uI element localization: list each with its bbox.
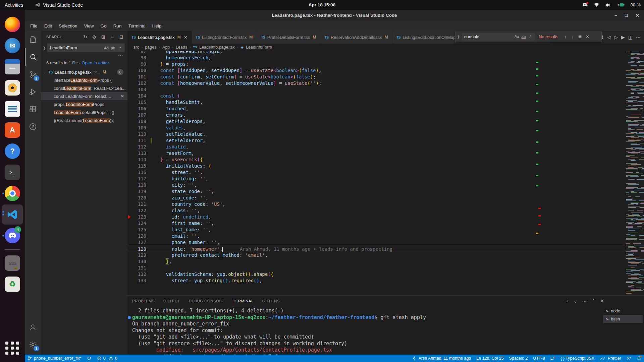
code-line-115[interactable]: 115 initialValues: {: [127, 163, 625, 169]
terminal[interactable]: 2 files changed, 7 insertions(+), 4 dele…: [132, 308, 598, 362]
command-decoration[interactable]: [128, 316, 131, 319]
activity-search[interactable]: [25, 48, 41, 66]
show-applications-button[interactable]: [2, 338, 23, 358]
formatter-indicator[interactable]: ✓✓Prettier: [597, 355, 624, 362]
code-line-122[interactable]: 122 class: '',: [127, 207, 625, 214]
result-file-row[interactable]: ⌄ TS LeadsInfo.page.tsx sr... M 6: [41, 68, 127, 76]
code-line-126[interactable]: 126 email: '',: [127, 233, 625, 239]
discord-tray-icon[interactable]: [582, 2, 588, 8]
dock-item-ubuntu-software[interactable]: A: [2, 120, 23, 140]
tab-ProfileDetailsForm.tsx[interactable]: TSProfileDetailsForm.tsxM: [257, 31, 320, 44]
terminal-instance-bash[interactable]: ⊳bash: [603, 315, 643, 323]
panel-tab-terminal[interactable]: TERMINAL: [233, 296, 253, 306]
branch-indicator[interactable]: phone_number_error_fix*: [25, 355, 84, 362]
panel-tab-output[interactable]: OUTPUT: [163, 296, 180, 306]
menu-go[interactable]: Go: [97, 22, 110, 30]
close-icon[interactable]: ✕: [584, 34, 591, 39]
code-line-130[interactable]: 130 },: [127, 258, 625, 265]
search-result-row[interactable]: const LeadInfoForm: React....✕: [41, 92, 127, 100]
code-line-102[interactable]: 102 const [homeownerValue, setHomeownerV…: [127, 80, 625, 86]
code-line-118[interactable]: 118 city: '',: [127, 182, 625, 188]
code-line-107[interactable]: 107 errors,: [127, 112, 625, 118]
breadcrumb-item[interactable]: LeadsInfo.page.tsx: [199, 45, 235, 50]
dock-item-chrome[interactable]: [2, 183, 23, 203]
wifi-icon[interactable]: [593, 2, 599, 8]
find-input[interactable]: console Aa ab .*: [462, 33, 535, 41]
regex-icon[interactable]: .*: [527, 33, 534, 40]
dock-item-sss-locked[interactable]: SSS🔒: [2, 253, 23, 273]
code-line-113[interactable]: 113 resetForm,: [127, 150, 625, 157]
find-expand-chevron[interactable]: ❯: [455, 35, 462, 39]
breadcrumb-item[interactable]: Leads: [176, 45, 187, 50]
dock-item-help[interactable]: ?: [2, 141, 23, 161]
toggle-replace-chevron[interactable]: ❯: [42, 46, 47, 50]
menu-selection[interactable]: Selection: [55, 22, 81, 30]
whole-word-icon[interactable]: ab: [110, 45, 116, 51]
code-editor[interactable]: 97 updateLeadListingId,98 homeownersFetc…: [127, 51, 625, 295]
code-line-105[interactable]: 105 handleSubmit,: [127, 99, 625, 106]
activity-extensions[interactable]: [25, 101, 41, 118]
split-editor-icon[interactable]: ◫: [628, 35, 633, 40]
find-in-selection-icon[interactable]: ≣: [577, 34, 584, 39]
new-terminal-icon[interactable]: +: [566, 298, 569, 304]
regex-icon[interactable]: .*: [116, 45, 123, 51]
code-line-108[interactable]: 108 getFieldProps,: [127, 118, 625, 125]
dock-item-thunderbird[interactable]: ✉: [2, 36, 23, 56]
new-search-editor-icon[interactable]: ⊞: [100, 34, 107, 40]
menu-help[interactable]: Help: [149, 22, 165, 30]
more-actions-icon[interactable]: ⋯: [582, 298, 587, 304]
run-icon[interactable]: ▶: [621, 35, 625, 40]
volume-icon[interactable]: [605, 2, 611, 8]
clear-results-icon[interactable]: ⊘: [91, 34, 98, 40]
code-line-133[interactable]: 133 street: yup.string().required(),: [127, 278, 625, 284]
arrow-down-icon[interactable]: ↓: [569, 34, 577, 39]
search-result-row[interactable]: props: LeadInfoFormProps: [41, 100, 127, 108]
eol-indicator[interactable]: LF: [548, 355, 558, 362]
restore-button[interactable]: ❐: [625, 13, 628, 18]
code-line-131[interactable]: 131: [127, 265, 625, 271]
dock-item-rhythmbox[interactable]: [2, 78, 23, 98]
breadcrumb-item[interactable]: App: [162, 45, 170, 50]
activity-manage[interactable]: 1: [25, 336, 41, 353]
breadcrumb-item[interactable]: LeadInfoForm: [246, 45, 272, 50]
arrow-up-icon[interactable]: ↑: [562, 34, 569, 39]
activity-source-control[interactable]: 5: [25, 66, 41, 83]
whole-word-icon[interactable]: ab: [520, 33, 527, 40]
code-line-124[interactable]: 124 first_name: '',: [127, 220, 625, 227]
window-title-bar[interactable]: LeadsInfo.page.tsx - feather-frontend - …: [25, 10, 644, 21]
overview-ruler[interactable]: [535, 31, 541, 295]
search-result-row[interactable]: const LeadInfoForm: React.FC<Lea...: [41, 84, 127, 92]
dock-item-files[interactable]: [2, 57, 23, 77]
menu-run[interactable]: Run: [110, 22, 125, 30]
code-line-132[interactable]: 132 validationSchema: yup.object().shape…: [127, 271, 625, 278]
search-result-row[interactable]: )(React.memo(LeadInfoForm));: [41, 116, 127, 124]
indent-indicator[interactable]: Spaces: 2: [506, 355, 531, 362]
close-button[interactable]: ✕: [635, 13, 639, 18]
dock-item-vscode[interactable]: [2, 204, 23, 225]
code-line-112[interactable]: 112 isValid,: [127, 144, 625, 150]
code-line-101[interactable]: 101 const [confirm, setConfirm] = useSta…: [127, 74, 625, 80]
menu-file[interactable]: File: [27, 22, 41, 30]
activity-explorer[interactable]: [25, 31, 41, 48]
code-line-103[interactable]: 103: [127, 86, 625, 93]
dock-item-firefox[interactable]: [2, 14, 23, 35]
menu-view[interactable]: View: [81, 22, 97, 30]
search-query[interactable]: LeadInfoForm: [50, 45, 103, 50]
activity-run-debug[interactable]: [25, 83, 41, 101]
code-line-106[interactable]: 106 touched,: [127, 106, 625, 112]
code-line-129[interactable]: 129 preferred_contact_method: 'email',: [127, 252, 625, 258]
match-case-icon[interactable]: Aa: [514, 33, 520, 40]
maximize-panel-icon[interactable]: ⌃: [592, 298, 596, 304]
search-input[interactable]: LeadInfoForm Aa ab .*: [47, 43, 125, 52]
code-line-128[interactable]: 128 role: 'homeowner', Arsh Ahmad, 11 mo…: [127, 246, 625, 252]
minimize-button[interactable]: –: [615, 13, 618, 18]
breadcrumb[interactable]: src›pages›App›Leads›TSLeadsInfo.page.tsx…: [127, 44, 644, 51]
code-line-116[interactable]: 116 street: '',: [127, 169, 625, 176]
code-line-98[interactable]: 98 homeownersFetch,: [127, 55, 625, 61]
breadcrumb-item[interactable]: src: [133, 45, 139, 50]
menu-terminal[interactable]: Terminal: [125, 22, 149, 30]
terminal-instance-node[interactable]: ⊳node: [603, 307, 643, 315]
dock-item-terminal[interactable]: >_: [2, 162, 23, 182]
match-case-icon[interactable]: Aa: [103, 45, 110, 51]
code-line-109[interactable]: 109 values,: [127, 125, 625, 131]
